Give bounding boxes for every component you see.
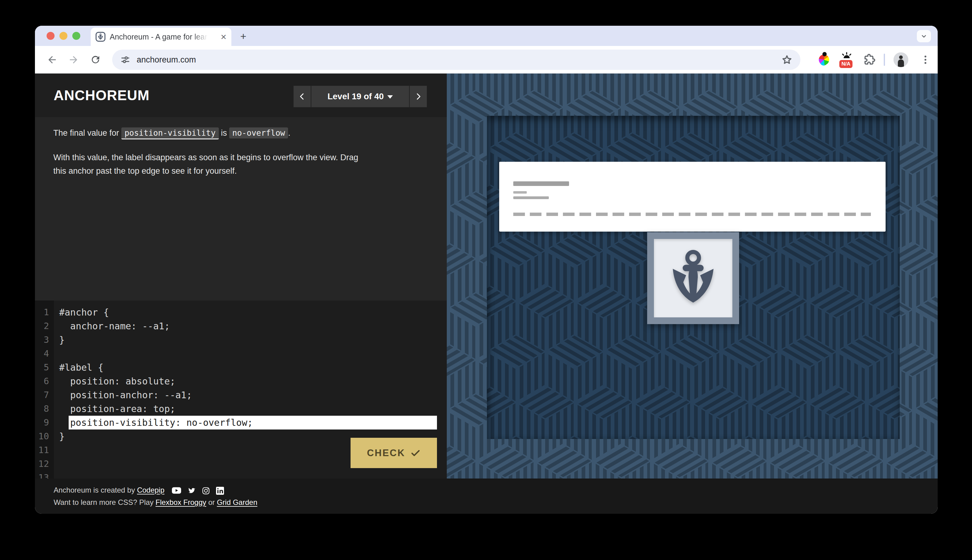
tab-close-icon[interactable]: × — [221, 32, 227, 42]
code-line-7: 7 position-anchor: --a1; — [35, 388, 447, 402]
extension-colorzilla-icon[interactable] — [817, 52, 831, 67]
back-icon[interactable] — [47, 54, 58, 65]
instruction-paragraph-1: The final value for position-visibility … — [53, 126, 428, 140]
linkedin-icon[interactable] — [216, 487, 224, 495]
code-text: position-area: top; — [59, 402, 175, 416]
previous-level-button[interactable] — [293, 86, 311, 107]
code-line-5: 5#label { — [35, 360, 447, 374]
line-number: 11 — [35, 443, 49, 457]
skeleton-line-medium — [513, 197, 549, 199]
anchor-element[interactable] — [647, 232, 739, 324]
tab-title: Anchoreum - A game for learning — [110, 32, 208, 42]
css-answer-input[interactable] — [68, 416, 437, 430]
code-text: position: absolute; — [59, 374, 175, 388]
code-text: #anchor { — [59, 305, 109, 319]
footer-credit-line: Anchoreum is created by Codepip — [53, 484, 938, 496]
youtube-icon[interactable] — [172, 487, 181, 494]
level-dropdown[interactable]: Level 19 of 40 — [311, 86, 409, 107]
code-text: #label { — [59, 360, 103, 374]
line-number: 8 — [35, 402, 49, 416]
reload-icon[interactable] — [90, 54, 101, 65]
macos-zoom-button[interactable] — [72, 32, 80, 40]
anchor-favicon-icon — [96, 32, 105, 42]
macos-close-button[interactable] — [47, 32, 55, 40]
new-tab-button[interactable]: + — [238, 31, 249, 42]
codepip-link[interactable]: Codepip — [137, 486, 164, 494]
code-line-4: 4 — [35, 347, 447, 360]
code-text: anchor-name: --a1; — [59, 319, 170, 333]
profile-avatar[interactable] — [894, 52, 908, 67]
css-answer-input-field[interactable] — [68, 417, 437, 428]
skeleton-line-short — [513, 191, 527, 193]
code-line-2: 2 anchor-name: --a1; — [35, 319, 447, 333]
skeleton-dashed-line — [513, 213, 871, 216]
macos-minimize-button[interactable] — [60, 32, 67, 40]
check-icon — [410, 448, 421, 458]
line-number: 12 — [35, 457, 49, 471]
skeleton-title-bar — [513, 182, 569, 186]
code-editor: 1#anchor {2 anchor-name: --a1;3}45#label… — [35, 300, 447, 478]
line-number: 7 — [35, 388, 49, 402]
value-chip: no-overflow — [229, 127, 288, 138]
line-number: 2 — [35, 319, 49, 333]
next-level-button[interactable] — [410, 86, 427, 107]
code-line-6: 6 position: absolute; — [35, 374, 447, 388]
bookmark-star-icon[interactable] — [781, 54, 792, 65]
instagram-icon[interactable] — [202, 487, 210, 495]
code-line-8: 8 position-area: top; — [35, 402, 447, 416]
anchor-inner — [654, 239, 732, 317]
code-line-9: 9 — [35, 416, 447, 430]
tab-strip: Anchoreum - A game for learning × + — [35, 26, 938, 46]
code-text: } — [59, 430, 65, 443]
address-bar[interactable]: anchoreum.com — [112, 50, 800, 70]
browser-tab[interactable]: Anchoreum - A game for learning × — [91, 28, 231, 46]
code-text: position-anchor: --a1; — [59, 388, 192, 402]
url-text[interactable]: anchoreum.com — [137, 55, 196, 65]
anchor-icon — [664, 248, 722, 309]
app-header: ANCHOREUM Level 19 of 40 — [35, 73, 447, 117]
instruction-paragraph-2: With this value, the label disappears as… — [53, 151, 428, 178]
extension-na-icon[interactable]: N/A — [840, 52, 855, 68]
code-text: } — [59, 333, 65, 347]
check-button[interactable]: CHECK — [350, 438, 437, 468]
grid-garden-link[interactable]: Grid Garden — [217, 498, 257, 507]
browser-menu-icon[interactable] — [920, 53, 931, 66]
property-chip[interactable]: position-visibility — [121, 127, 218, 139]
level-label: Level 19 of 40 — [328, 92, 384, 102]
line-number: 1 — [35, 305, 49, 319]
footer-learn-line: Want to learn more CSS? Play Flexbox Fro… — [53, 496, 938, 508]
flexbox-froggy-link[interactable]: Flexbox Froggy — [156, 498, 206, 507]
label-element — [499, 162, 885, 232]
line-number: 3 — [35, 333, 49, 347]
caret-down-icon — [387, 95, 393, 98]
na-badge: N/A — [839, 60, 852, 68]
line-number: 13 — [35, 471, 49, 478]
app-footer: Anchoreum is created by Codepip Want to … — [35, 478, 938, 514]
line-number: 6 — [35, 374, 49, 388]
code-line-1: 1#anchor { — [35, 305, 447, 319]
line-number: 5 — [35, 360, 49, 374]
forward-icon[interactable] — [68, 54, 79, 65]
toolbar-divider — [884, 53, 885, 66]
tab-search-chevron-icon[interactable] — [917, 30, 931, 42]
anchoreum-logo: ANCHOREUM — [53, 73, 150, 117]
game-panel — [447, 73, 938, 478]
code-line-13: 13 — [35, 471, 447, 478]
twitter-icon[interactable] — [187, 487, 196, 494]
instructions: The final value for position-visibility … — [35, 117, 447, 300]
level-selector: Level 19 of 40 — [293, 86, 427, 107]
browser-toolbar: anchoreum.com N/A — [35, 46, 938, 73]
site-settings-icon[interactable] — [120, 55, 130, 65]
line-number: 9 — [35, 416, 49, 430]
browser-window: Anchoreum - A game for learning × + anch… — [35, 26, 938, 514]
code-line-3: 3} — [35, 333, 447, 347]
extensions-puzzle-icon[interactable] — [864, 54, 875, 65]
left-panel: ANCHOREUM Level 19 of 40 The fi — [35, 73, 447, 478]
line-number: 10 — [35, 430, 49, 443]
line-number: 4 — [35, 347, 49, 360]
